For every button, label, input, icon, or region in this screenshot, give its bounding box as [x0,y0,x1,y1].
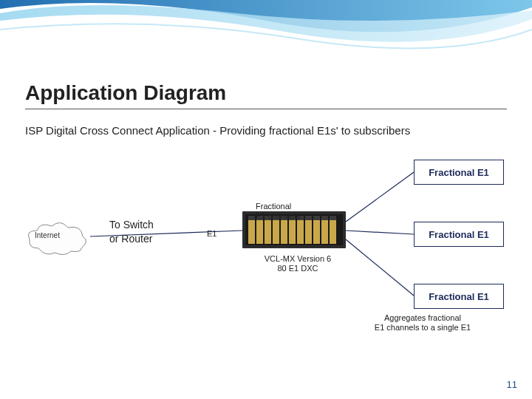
to-switch-line1: To Switch [109,219,154,231]
svg-line-1 [346,172,414,222]
slide-subtitle: ISP Digital Cross Connect Application - … [25,124,410,137]
header-swoosh [0,0,532,66]
chassis-model: VCL-MX Version 6 [265,254,331,263]
frac-ch-line1: Fractional [256,202,291,211]
fractional-e1-box-1: Fractional E1 [414,160,504,185]
page-number: 11 [507,379,517,390]
svg-rect-25 [313,216,320,220]
agg-line1: Aggregates fractional [384,313,461,322]
slide-title: Application Diagram [25,81,226,105]
to-switch-line2: or Router [109,233,152,245]
svg-rect-17 [248,216,255,220]
connector-lines [0,0,532,399]
agg-line2: E1 channels to a single E1 [375,323,471,332]
svg-line-2 [346,231,414,234]
fractional-channels-label: Fractional E1 channels [256,202,301,220]
internet-label: Internet [35,231,60,239]
aggregation-caption: Aggregates fractional E1 channels to a s… [349,313,497,332]
svg-line-3 [346,239,414,296]
svg-rect-27 [330,216,336,220]
chassis-caption: VCL-MX Version 6 80 E1 DXC [253,254,342,273]
title-underline [25,109,507,109]
fractional-e1-box-2: Fractional E1 [414,222,504,247]
svg-rect-24 [305,216,312,220]
frac-ch-line2: E1 channels [256,211,301,220]
svg-rect-26 [321,216,328,220]
fractional-e1-box-3: Fractional E1 [414,284,504,309]
e1-link-label: E1 [207,229,216,238]
to-switch-label: To Switch or Router [109,218,154,246]
chassis-spec: 80 E1 DXC [277,264,318,273]
